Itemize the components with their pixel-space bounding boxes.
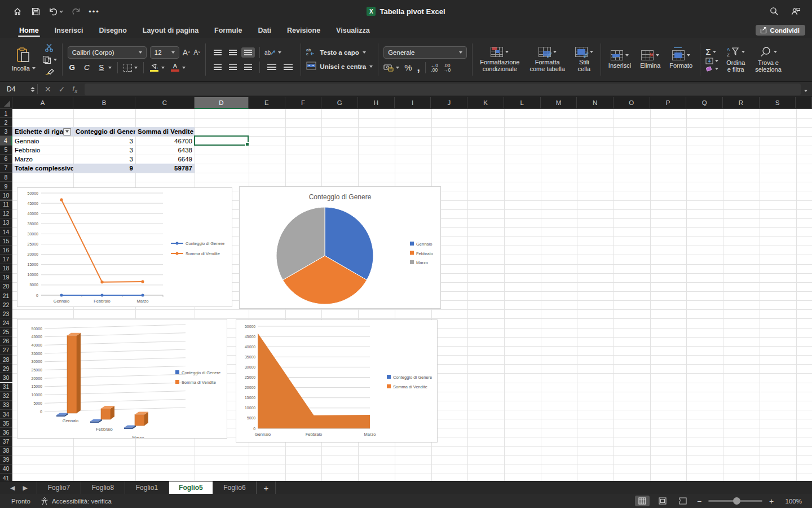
row-header-30[interactable]: 30 (0, 373, 12, 382)
fill-down-button[interactable] (705, 58, 718, 64)
search-icon[interactable] (769, 6, 779, 16)
column-header-L[interactable]: L (504, 97, 541, 109)
bar3d-chart[interactable]: 0500010000150002000025000300003500040000… (17, 319, 227, 439)
column-header-P[interactable]: P (650, 97, 687, 109)
clear-button[interactable] (705, 65, 718, 72)
align-left-icon[interactable] (211, 62, 224, 72)
column-header-A[interactable]: A (12, 97, 73, 109)
column-header-E[interactable]: E (249, 97, 285, 109)
row-header-38[interactable]: 38 (0, 446, 12, 456)
percent-style-icon[interactable]: % (404, 63, 412, 72)
font-name-select[interactable]: Calibri (Corpo) (68, 46, 147, 59)
add-sheet-button[interactable]: + (257, 481, 276, 494)
row-header-34[interactable]: 34 (0, 410, 12, 419)
page-break-view-icon[interactable] (676, 496, 690, 506)
column-header-G[interactable]: G (321, 97, 358, 109)
row-header-11[interactable]: 11 (0, 200, 12, 209)
row-labels-filter-button[interactable] (63, 128, 71, 135)
select-all-corner[interactable] (0, 97, 12, 109)
insert-cells-button[interactable]: ← Inserisci (606, 49, 633, 70)
decrease-font-icon[interactable]: A˅ (193, 49, 200, 56)
pivot-sum-value[interactable]: 46700 (135, 136, 195, 145)
row-header-12[interactable]: 12 (0, 209, 12, 218)
area-chart[interactable]: 0500010000150002000025000300003500040000… (236, 319, 438, 443)
underline-button[interactable]: S (97, 63, 106, 72)
name-box[interactable]: D4 (0, 85, 37, 93)
row-header-8[interactable]: 8 (0, 173, 12, 182)
fx-icon[interactable]: fx (72, 84, 77, 94)
row-header-26[interactable]: 26 (0, 337, 12, 346)
accessibility-status[interactable]: Accessibilità: verifica (41, 497, 112, 505)
pivot-sum-value[interactable]: 6438 (135, 146, 195, 155)
italic-button[interactable]: C (82, 63, 91, 72)
pivot-header-count[interactable]: Conteggio di Genere (73, 127, 135, 136)
row-header-24[interactable]: 24 (0, 318, 12, 327)
row-header-1[interactable]: 1 (0, 109, 12, 118)
row-header-19[interactable]: 19 (0, 273, 12, 282)
row-header-28[interactable]: 28 (0, 355, 12, 364)
delete-cells-button[interactable]: Elimina (638, 49, 663, 70)
row-header-3[interactable]: 3 (0, 127, 12, 136)
autosum-button[interactable]: Σ (705, 47, 718, 56)
column-header-C[interactable]: C (135, 97, 195, 109)
column-header-M[interactable]: M (541, 97, 577, 109)
column-header-O[interactable]: O (614, 97, 650, 109)
share-button[interactable]: Condividi (756, 25, 805, 36)
row-header-4[interactable]: 4 (0, 136, 12, 145)
align-middle-icon[interactable] (226, 47, 240, 58)
row-header-5[interactable]: 5 (0, 146, 12, 155)
pivot-sum-value[interactable]: 6649 (135, 155, 195, 164)
tab-revisione[interactable]: Revisione (279, 23, 328, 38)
column-header-H[interactable]: H (358, 97, 395, 109)
row-header-40[interactable]: 40 (0, 465, 12, 474)
copy-icon[interactable] (42, 55, 51, 64)
sheet-tab-foglio1[interactable]: Foglio1 (125, 481, 169, 494)
cancel-icon[interactable]: ✕ (45, 85, 51, 94)
column-header-F[interactable]: F (285, 97, 322, 109)
zoom-out-button[interactable]: − (696, 497, 703, 506)
row-header-23[interactable]: 23 (0, 309, 12, 318)
line-chart[interactable]: 0500010000150002000025000300003500040000… (17, 187, 232, 307)
bold-button[interactable]: G (68, 63, 77, 72)
sheet-grid[interactable]: 4140393837363534333231302928272625242322… (0, 97, 812, 481)
more-options-icon[interactable]: ••• (89, 6, 99, 16)
fill-color-icon[interactable] (149, 63, 159, 72)
column-header-D[interactable]: D (195, 97, 249, 109)
row-header-33[interactable]: 33 (0, 401, 12, 410)
tab-layout-di-pagina[interactable]: Layout di pagina (135, 23, 206, 38)
align-bottom-icon[interactable] (241, 47, 255, 58)
column-header-N[interactable]: N (577, 97, 614, 109)
pivot-count-value[interactable]: 3 (73, 155, 135, 164)
row-header-35[interactable]: 35 (0, 419, 12, 428)
accounting-format-icon[interactable] (383, 64, 399, 72)
align-right-icon[interactable] (241, 62, 255, 72)
increase-decimal-icon[interactable]: ←0.00 (431, 63, 438, 72)
zoom-in-button[interactable]: + (768, 497, 775, 506)
page-layout-view-icon[interactable] (655, 496, 670, 506)
row-header-7[interactable]: 7 (0, 164, 12, 173)
align-top-icon[interactable] (211, 47, 224, 58)
orientation-icon[interactable]: ab (264, 49, 281, 56)
row-header-17[interactable]: 17 (0, 255, 12, 264)
wrap-text-button[interactable]: abc Testo a capo (306, 47, 373, 58)
tab-disegno[interactable]: Disegno (91, 23, 134, 38)
merge-center-button[interactable]: Unisci e centra (306, 62, 373, 72)
zoom-slider[interactable] (708, 500, 762, 502)
tab-dati[interactable]: Dati (250, 23, 279, 38)
row-header-39[interactable]: 39 (0, 456, 12, 465)
tab-visualizza[interactable]: Visualizza (328, 23, 378, 38)
row-header-9[interactable]: 9 (0, 182, 12, 191)
pivot-row-label[interactable]: Gennaio (12, 136, 73, 145)
column-header-I[interactable]: I (395, 97, 431, 109)
row-header-31[interactable]: 31 (0, 383, 12, 392)
pie-chart[interactable]: Conteggio di GenereGennaioFebbraioMarzo (239, 186, 441, 309)
sort-filter-button[interactable]: AZ Ordinae filtra (724, 45, 747, 74)
normal-view-icon[interactable] (635, 496, 650, 506)
save-icon[interactable] (30, 6, 41, 16)
column-header-B[interactable]: B (73, 97, 135, 109)
row-header-36[interactable]: 36 (0, 428, 12, 437)
name-box-spinner[interactable] (30, 87, 35, 92)
align-center-icon[interactable] (226, 62, 240, 72)
font-size-select[interactable]: 12 (150, 46, 179, 59)
pivot-total-count[interactable]: 9 (73, 164, 135, 173)
